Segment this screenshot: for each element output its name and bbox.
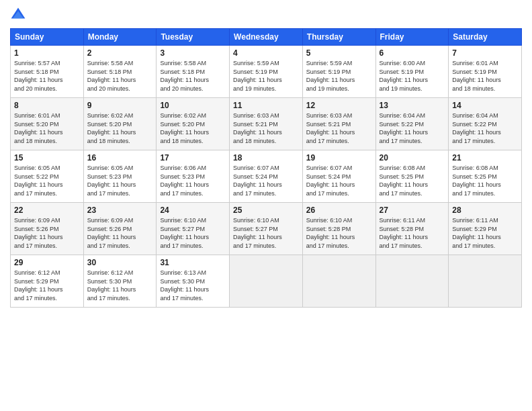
day-info: Sunrise: 6:05 AM Sunset: 5:23 PM Dayligh… bbox=[87, 164, 153, 197]
day-number: 16 bbox=[87, 153, 153, 163]
day-info: Sunrise: 6:11 AM Sunset: 5:28 PM Dayligh… bbox=[380, 216, 445, 250]
week-row-1: 1Sunrise: 5:57 AM Sunset: 5:18 PM Daylig… bbox=[11, 46, 522, 98]
weekday-header-row: SundayMondayTuesdayWednesdayThursdayFrid… bbox=[11, 29, 522, 46]
day-info: Sunrise: 6:09 AM Sunset: 5:26 PM Dayligh… bbox=[14, 216, 80, 250]
calendar-cell: 9Sunrise: 6:02 AM Sunset: 5:20 PM Daylig… bbox=[83, 98, 157, 150]
calendar-cell: 10Sunrise: 6:02 AM Sunset: 5:20 PM Dayli… bbox=[157, 98, 230, 150]
day-info: Sunrise: 5:59 AM Sunset: 5:19 PM Dayligh… bbox=[233, 59, 299, 93]
weekday-header-wednesday: Wednesday bbox=[230, 29, 303, 46]
day-number: 22 bbox=[14, 205, 80, 215]
day-number: 15 bbox=[14, 153, 80, 163]
calendar-cell: 11Sunrise: 6:03 AM Sunset: 5:21 PM Dayli… bbox=[230, 98, 303, 150]
day-info: Sunrise: 6:05 AM Sunset: 5:22 PM Dayligh… bbox=[14, 164, 80, 197]
day-info: Sunrise: 6:09 AM Sunset: 5:26 PM Dayligh… bbox=[87, 216, 153, 250]
day-number: 14 bbox=[452, 101, 518, 110]
day-info: Sunrise: 6:08 AM Sunset: 5:25 PM Dayligh… bbox=[380, 164, 445, 197]
day-number: 20 bbox=[380, 153, 445, 163]
header bbox=[10, 7, 522, 23]
day-number: 30 bbox=[87, 258, 153, 267]
week-row-4: 22Sunrise: 6:09 AM Sunset: 5:26 PM Dayli… bbox=[11, 203, 522, 255]
day-info: Sunrise: 6:07 AM Sunset: 5:24 PM Dayligh… bbox=[233, 164, 299, 197]
day-number: 28 bbox=[452, 205, 518, 215]
calendar-cell: 3Sunrise: 5:58 AM Sunset: 5:18 PM Daylig… bbox=[157, 46, 230, 98]
day-number: 31 bbox=[160, 258, 226, 267]
weekday-header-monday: Monday bbox=[83, 29, 157, 46]
day-number: 18 bbox=[233, 153, 299, 163]
week-row-5: 29Sunrise: 6:12 AM Sunset: 5:29 PM Dayli… bbox=[11, 255, 522, 308]
day-number: 8 bbox=[14, 101, 80, 110]
day-info: Sunrise: 6:01 AM Sunset: 5:19 PM Dayligh… bbox=[452, 59, 518, 93]
day-info: Sunrise: 6:04 AM Sunset: 5:22 PM Dayligh… bbox=[380, 111, 445, 145]
day-info: Sunrise: 6:00 AM Sunset: 5:19 PM Dayligh… bbox=[380, 59, 445, 93]
day-number: 23 bbox=[87, 205, 153, 215]
day-info: Sunrise: 6:07 AM Sunset: 5:24 PM Dayligh… bbox=[306, 164, 372, 197]
calendar-cell: 18Sunrise: 6:07 AM Sunset: 5:24 PM Dayli… bbox=[230, 150, 303, 203]
calendar-cell: 24Sunrise: 6:10 AM Sunset: 5:27 PM Dayli… bbox=[157, 203, 230, 255]
calendar-table: SundayMondayTuesdayWednesdayThursdayFrid… bbox=[10, 28, 522, 308]
weekday-header-sunday: Sunday bbox=[11, 29, 84, 46]
calendar-cell: 5Sunrise: 5:59 AM Sunset: 5:19 PM Daylig… bbox=[302, 46, 375, 98]
calendar-cell bbox=[302, 255, 375, 308]
calendar-cell: 12Sunrise: 6:03 AM Sunset: 5:21 PM Dayli… bbox=[302, 98, 375, 150]
calendar-cell: 8Sunrise: 6:01 AM Sunset: 5:20 PM Daylig… bbox=[11, 98, 84, 150]
day-number: 9 bbox=[87, 101, 153, 110]
day-number: 6 bbox=[380, 48, 445, 58]
day-number: 19 bbox=[306, 153, 372, 163]
day-info: Sunrise: 6:01 AM Sunset: 5:20 PM Dayligh… bbox=[14, 111, 80, 145]
week-row-3: 15Sunrise: 6:05 AM Sunset: 5:22 PM Dayli… bbox=[11, 150, 522, 203]
day-info: Sunrise: 6:10 AM Sunset: 5:28 PM Dayligh… bbox=[306, 216, 372, 250]
day-info: Sunrise: 6:04 AM Sunset: 5:22 PM Dayligh… bbox=[452, 111, 518, 145]
day-info: Sunrise: 6:11 AM Sunset: 5:29 PM Dayligh… bbox=[452, 216, 518, 250]
day-number: 12 bbox=[306, 101, 372, 110]
day-number: 24 bbox=[160, 205, 226, 215]
day-info: Sunrise: 6:08 AM Sunset: 5:25 PM Dayligh… bbox=[452, 164, 518, 197]
calendar-cell bbox=[375, 255, 449, 308]
calendar-cell: 21Sunrise: 6:08 AM Sunset: 5:25 PM Dayli… bbox=[449, 150, 522, 203]
day-number: 10 bbox=[160, 101, 226, 110]
calendar-cell: 17Sunrise: 6:06 AM Sunset: 5:23 PM Dayli… bbox=[157, 150, 230, 203]
calendar-cell bbox=[449, 255, 522, 308]
calendar-cell: 31Sunrise: 6:13 AM Sunset: 5:30 PM Dayli… bbox=[157, 255, 230, 308]
logo bbox=[10, 7, 29, 23]
day-number: 7 bbox=[452, 48, 518, 58]
day-number: 2 bbox=[87, 48, 153, 58]
day-info: Sunrise: 6:10 AM Sunset: 5:27 PM Dayligh… bbox=[233, 216, 299, 250]
day-info: Sunrise: 6:12 AM Sunset: 5:30 PM Dayligh… bbox=[87, 269, 153, 302]
calendar-cell: 13Sunrise: 6:04 AM Sunset: 5:22 PM Dayli… bbox=[375, 98, 449, 150]
calendar-cell: 19Sunrise: 6:07 AM Sunset: 5:24 PM Dayli… bbox=[302, 150, 375, 203]
day-number: 29 bbox=[14, 258, 80, 267]
day-number: 21 bbox=[452, 153, 518, 163]
day-number: 4 bbox=[233, 48, 299, 58]
calendar-cell: 2Sunrise: 5:58 AM Sunset: 5:18 PM Daylig… bbox=[83, 46, 157, 98]
calendar-cell: 28Sunrise: 6:11 AM Sunset: 5:29 PM Dayli… bbox=[449, 203, 522, 255]
calendar-cell: 14Sunrise: 6:04 AM Sunset: 5:22 PM Dayli… bbox=[449, 98, 522, 150]
day-number: 5 bbox=[306, 48, 372, 58]
day-number: 13 bbox=[380, 101, 445, 110]
day-number: 25 bbox=[233, 205, 299, 215]
page: SundayMondayTuesdayWednesdayThursdayFrid… bbox=[0, 0, 532, 411]
day-info: Sunrise: 5:59 AM Sunset: 5:19 PM Dayligh… bbox=[306, 59, 372, 93]
calendar-cell: 1Sunrise: 5:57 AM Sunset: 5:18 PM Daylig… bbox=[11, 46, 84, 98]
weekday-header-thursday: Thursday bbox=[302, 29, 375, 46]
week-row-2: 8Sunrise: 6:01 AM Sunset: 5:20 PM Daylig… bbox=[11, 98, 522, 150]
day-number: 3 bbox=[160, 48, 226, 58]
day-info: Sunrise: 6:13 AM Sunset: 5:30 PM Dayligh… bbox=[160, 269, 226, 302]
calendar-cell: 26Sunrise: 6:10 AM Sunset: 5:28 PM Dayli… bbox=[302, 203, 375, 255]
day-info: Sunrise: 5:58 AM Sunset: 5:18 PM Dayligh… bbox=[160, 59, 226, 93]
calendar-cell: 23Sunrise: 6:09 AM Sunset: 5:26 PM Dayli… bbox=[83, 203, 157, 255]
calendar-cell: 4Sunrise: 5:59 AM Sunset: 5:19 PM Daylig… bbox=[230, 46, 303, 98]
day-info: Sunrise: 6:02 AM Sunset: 5:20 PM Dayligh… bbox=[160, 111, 226, 145]
day-number: 26 bbox=[306, 205, 372, 215]
calendar-cell: 16Sunrise: 6:05 AM Sunset: 5:23 PM Dayli… bbox=[83, 150, 157, 203]
weekday-header-saturday: Saturday bbox=[449, 29, 522, 46]
day-info: Sunrise: 6:06 AM Sunset: 5:23 PM Dayligh… bbox=[160, 164, 226, 197]
calendar-cell: 6Sunrise: 6:00 AM Sunset: 5:19 PM Daylig… bbox=[375, 46, 449, 98]
day-info: Sunrise: 6:03 AM Sunset: 5:21 PM Dayligh… bbox=[233, 111, 299, 145]
calendar-cell: 25Sunrise: 6:10 AM Sunset: 5:27 PM Dayli… bbox=[230, 203, 303, 255]
calendar-cell: 15Sunrise: 6:05 AM Sunset: 5:22 PM Dayli… bbox=[11, 150, 84, 203]
calendar-cell bbox=[230, 255, 303, 308]
calendar-cell: 27Sunrise: 6:11 AM Sunset: 5:28 PM Dayli… bbox=[375, 203, 449, 255]
day-info: Sunrise: 6:02 AM Sunset: 5:20 PM Dayligh… bbox=[87, 111, 153, 145]
day-info: Sunrise: 5:58 AM Sunset: 5:18 PM Dayligh… bbox=[87, 59, 153, 93]
calendar-cell: 29Sunrise: 6:12 AM Sunset: 5:29 PM Dayli… bbox=[11, 255, 84, 308]
